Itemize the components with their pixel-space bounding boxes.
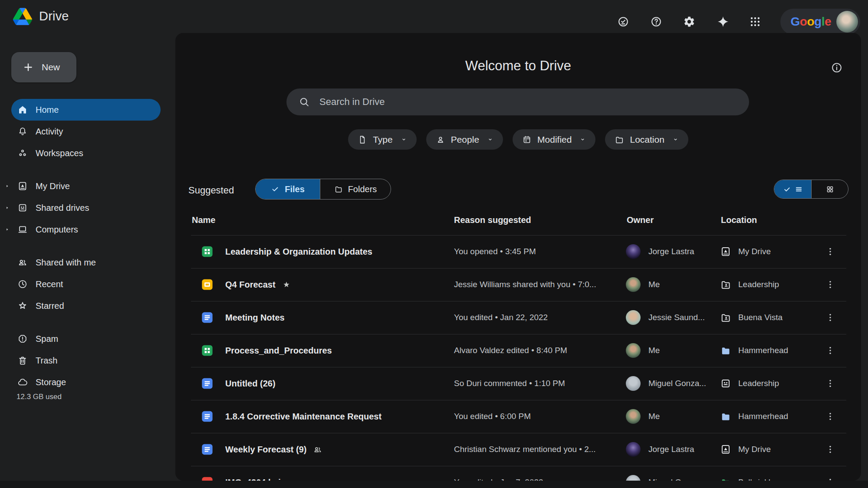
google-wordmark: G o o g l e: [791, 15, 831, 29]
blue-folder-icon: [720, 411, 731, 422]
sheets-icon: [201, 344, 214, 357]
search-icon: [299, 96, 310, 108]
table-row[interactable]: Meeting Notes You edited • Jan 22, 2022 …: [175, 301, 861, 334]
starred-icon: [282, 280, 291, 289]
more-options-icon[interactable]: [825, 279, 835, 290]
sidebar-item-starred[interactable]: Starred: [11, 295, 161, 317]
chevron-right-icon[interactable]: [4, 227, 10, 233]
sidebar-item-label: Workspaces: [36, 148, 83, 158]
top-bar: Drive G o o g l e: [0, 0, 868, 33]
file-name-cell: IMG_4304.heic: [225, 478, 286, 481]
offline-status-button[interactable]: [613, 11, 634, 32]
brand-letter: G: [791, 15, 800, 29]
sidebar-item-shared-with-me[interactable]: Shared with me: [11, 252, 161, 273]
column-header-location: Location: [721, 215, 757, 225]
more-options-icon[interactable]: [825, 246, 835, 257]
sidebar-item-storage[interactable]: Storage: [11, 371, 161, 393]
gemini-sparkle-icon: [717, 16, 729, 28]
table-row[interactable]: Untitled (26) So Duri commented • 1:10 P…: [175, 367, 861, 400]
file-name-cell: 1.8.4 Corrective Maintenance Request: [225, 412, 381, 422]
sidebar: New Home Activity Workspaces My Drive Sh…: [0, 33, 175, 488]
location-name: My Drive: [738, 445, 771, 454]
chevron-right-icon[interactable]: [4, 205, 10, 211]
column-header-name: Name: [192, 215, 215, 225]
user-avatar[interactable]: [836, 11, 858, 33]
clock-icon: [17, 279, 28, 289]
filter-chip-type[interactable]: Type: [348, 129, 417, 150]
owner-name: Me: [648, 412, 660, 421]
sidebar-item-home[interactable]: Home: [11, 99, 161, 121]
new-button[interactable]: New: [11, 52, 76, 82]
info-icon[interactable]: [831, 62, 843, 74]
my-drive-icon: [720, 246, 731, 257]
docs-icon: [201, 311, 214, 324]
location-name: Hammerhead: [738, 412, 788, 421]
more-options-icon[interactable]: [825, 444, 835, 455]
sidebar-item-my-drive[interactable]: My Drive: [11, 175, 161, 197]
sidebar-item-label: Starred: [36, 301, 64, 311]
main-panel: Welcome to Drive Type People Modified Lo…: [175, 33, 861, 481]
more-options-icon[interactable]: [825, 411, 835, 422]
file-name: Meeting Notes: [225, 313, 285, 323]
reason-suggested: You opened • 3:45 PM: [454, 247, 536, 256]
file-name: 1.8.4 Corrective Maintenance Request: [225, 412, 381, 422]
more-options-icon[interactable]: [825, 312, 835, 323]
sidebar-item-shared-drives[interactable]: Shared drives: [11, 197, 161, 219]
sidebar-item-computers[interactable]: Computers: [11, 219, 161, 240]
list-view-button[interactable]: [774, 180, 811, 198]
folder-icon: [615, 135, 624, 144]
shared-people-icon: [313, 445, 322, 454]
more-options-icon[interactable]: [825, 345, 835, 356]
files-toggle-button[interactable]: Files: [256, 179, 320, 199]
folders-toggle-button[interactable]: Folders: [320, 179, 391, 199]
filter-chip-location[interactable]: Location: [605, 129, 688, 150]
help-button[interactable]: [646, 11, 667, 32]
sidebar-item-spam[interactable]: Spam: [11, 328, 161, 350]
filter-chip-modified[interactable]: Modified: [513, 129, 595, 150]
section-title: Suggested: [188, 185, 234, 196]
more-options-icon[interactable]: [825, 477, 835, 481]
grid-view-icon: [826, 185, 834, 193]
cloud-icon: [17, 377, 28, 387]
table-row[interactable]: Process_and_Procedures Alvaro Valdez edi…: [175, 334, 861, 367]
window-bottom-edge: [0, 481, 868, 488]
green-folder-icon: [720, 477, 731, 481]
chevron-down-icon: [672, 136, 679, 143]
reason-suggested: You edited • 6:00 PM: [454, 412, 531, 421]
chevron-right-icon[interactable]: [4, 183, 10, 189]
sidebar-item-recent[interactable]: Recent: [11, 273, 161, 295]
shared-folder-icon: [720, 312, 731, 323]
person-icon: [436, 135, 445, 144]
column-header-owner: Owner: [627, 215, 654, 225]
more-options-icon[interactable]: [825, 378, 835, 389]
brand-letter: o: [800, 15, 807, 29]
sidebar-item-workspaces[interactable]: Workspaces: [11, 142, 161, 164]
chip-label: Type: [373, 134, 393, 145]
gemini-button[interactable]: [713, 11, 733, 32]
table-row[interactable]: Weekly Forecast (9) Christian Schwarz me…: [175, 433, 861, 466]
account-pill[interactable]: G o o g l e: [780, 9, 860, 35]
table-row[interactable]: Q4 Forecast Jessie Williams shared with …: [175, 268, 861, 301]
sidebar-item-label: Computers: [36, 225, 78, 235]
table-row[interactable]: IMG_4304.heic You edited • Jan 7, 2022 M…: [175, 466, 861, 481]
location-name: Leadership: [738, 379, 779, 388]
file-name: Weekly Forecast (9): [225, 445, 307, 455]
settings-button[interactable]: [679, 11, 700, 32]
sidebar-item-label: Shared with me: [36, 258, 96, 268]
sidebar-item-trash[interactable]: Trash: [11, 350, 161, 371]
sidebar-item-activity[interactable]: Activity: [11, 121, 161, 142]
offline-status-icon: [617, 16, 629, 28]
location-name: Leadership: [738, 280, 779, 289]
filter-chip-people[interactable]: People: [426, 129, 503, 150]
owner-avatar: [626, 442, 641, 457]
file-name-cell: Process_and_Procedures: [225, 346, 332, 356]
file-name: Leadership & Organization Updates: [225, 247, 372, 257]
reason-suggested: Christian Schwarz mentioned you • 2...: [454, 445, 596, 454]
folders-toggle-label: Folders: [348, 184, 377, 194]
search-input[interactable]: [319, 96, 737, 108]
grid-view-button[interactable]: [811, 180, 848, 198]
table-row[interactable]: 1.8.4 Corrective Maintenance Request You…: [175, 400, 861, 433]
table-row[interactable]: Leadership & Organization Updates You op…: [175, 235, 861, 268]
google-apps-button[interactable]: [745, 11, 766, 32]
search-bar[interactable]: [286, 88, 749, 115]
